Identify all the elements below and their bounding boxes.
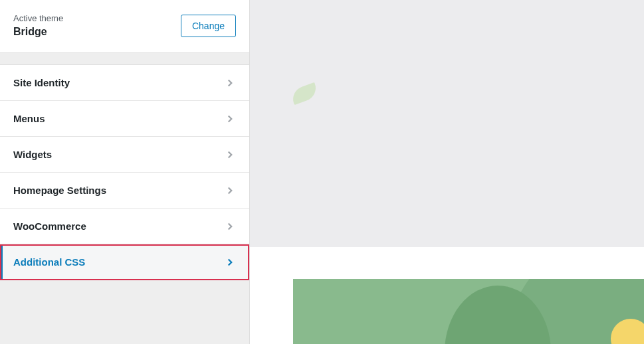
chevron-right-icon xyxy=(224,149,236,161)
menu-item-site-identity[interactable]: Site Identity xyxy=(0,65,249,101)
chevron-right-icon xyxy=(224,220,236,232)
menu-item-label: Widgets xyxy=(13,149,52,160)
menu-item-label: WooCommerce xyxy=(13,220,86,232)
menu-item-woocommerce[interactable]: WooCommerce xyxy=(0,209,249,244)
theme-name: Bridge xyxy=(13,26,63,38)
green-banner xyxy=(293,279,644,344)
menu-item-label: Site Identity xyxy=(13,77,70,88)
leaf-graphic xyxy=(289,82,319,105)
menu-item-label: Homepage Settings xyxy=(13,185,106,196)
theme-text: Active theme Bridge xyxy=(13,13,63,38)
chevron-right-icon xyxy=(224,185,236,197)
menu-item-label: Menus xyxy=(13,113,45,124)
menu-item-widgets[interactable]: Widgets xyxy=(0,137,249,173)
customizer-sidebar: Active theme Bridge Change Site Identity… xyxy=(0,0,250,344)
chevron-right-icon xyxy=(224,256,236,268)
spacer xyxy=(0,53,249,65)
menu-item-menus[interactable]: Menus xyxy=(0,101,249,137)
site-preview xyxy=(250,0,644,344)
active-theme-label: Active theme xyxy=(13,13,63,23)
customizer-menu: Site Identity Menus Widgets Homepage Set… xyxy=(0,65,249,280)
theme-header: Active theme Bridge Change xyxy=(0,0,249,53)
menu-item-label: Additional CSS xyxy=(13,256,85,268)
change-theme-button[interactable]: Change xyxy=(181,15,236,37)
menu-item-homepage-settings[interactable]: Homepage Settings xyxy=(0,173,249,209)
chevron-right-icon xyxy=(224,113,236,125)
menu-item-additional-css[interactable]: Additional CSS xyxy=(0,244,249,280)
chevron-right-icon xyxy=(224,77,236,89)
